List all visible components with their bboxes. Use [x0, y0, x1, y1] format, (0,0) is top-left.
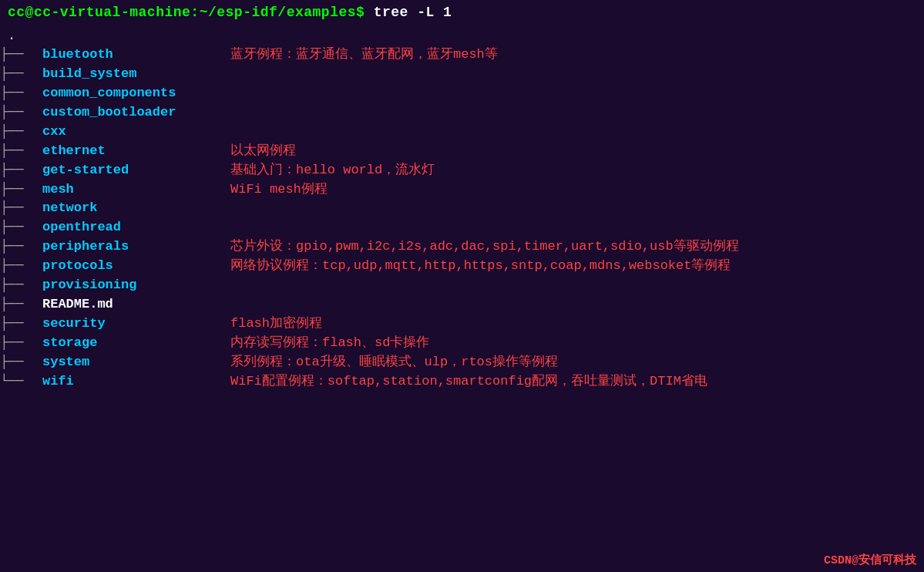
dir-name: openthread: [42, 219, 227, 237]
title-bar: cc@cc-virtual-machine:~/esp-idf/examples…: [0, 0, 924, 26]
tree-row: ├── openthread: [0, 218, 924, 237]
dir-name: get-started: [42, 162, 227, 180]
branch-icon: ├──: [0, 181, 42, 199]
dir-name: README.md: [42, 296, 227, 314]
dir-name: ethernet: [42, 143, 227, 160]
dir-name: custom_bootloader: [42, 104, 227, 122]
dir-name: mesh: [42, 181, 227, 199]
branch-icon: ├──: [0, 200, 42, 217]
branch-icon: ├──: [0, 104, 42, 122]
annotation-text: 基础入门：hello world，流水灯: [230, 162, 435, 180]
branch-icon: ├──: [0, 46, 42, 64]
branch-icon: ├──: [0, 143, 42, 160]
tree-row: ├── common_components: [0, 84, 924, 103]
tree-row: └── wifi WiFi配置例程：softap,station,smartco…: [0, 372, 924, 392]
tree-row: ├── bluetooth蓝牙例程：蓝牙通信、蓝牙配网，蓝牙mesh等: [0, 45, 924, 65]
branch-icon: ├──: [0, 85, 42, 103]
dir-name: wifi: [42, 373, 227, 391]
branch-icon: ├──: [0, 238, 42, 256]
annotation-text: WiFi配置例程：softap,station,smartconfig配网，吞吐…: [230, 373, 707, 391]
tree-row: ├── network: [0, 199, 924, 218]
dir-name: system: [42, 354, 227, 372]
annotation-text: 芯片外设：gpio,pwm,i2c,i2s,adc,dac,spi,timer,…: [230, 238, 739, 256]
tree-content: . ├── bluetooth蓝牙例程：蓝牙通信、蓝牙配网，蓝牙mesh等├──…: [0, 26, 924, 392]
tree-row: ├── mesh WiFi mesh例程: [0, 180, 924, 200]
annotation-text: 蓝牙例程：蓝牙通信、蓝牙配网，蓝牙mesh等: [230, 46, 498, 64]
dir-name: security: [42, 315, 227, 333]
dir-name: peripherals: [42, 238, 227, 256]
annotation-text: 网络协议例程：tcp,udp,mqtt,http,https,sntp,coap…: [230, 257, 731, 275]
dir-name: common_components: [42, 85, 227, 103]
prompt-text: cc@cc-virtual-machine:~/esp-idf/examples…: [8, 5, 365, 20]
watermark: CSDN@安信可科技: [824, 553, 916, 567]
annotation-text: 系列例程：ota升级、睡眠模式、ulp，rtos操作等例程: [230, 354, 558, 372]
dir-name: provisioning: [42, 277, 227, 294]
branch-icon: ├──: [0, 277, 42, 294]
root-dot: .: [0, 28, 924, 45]
annotation-text: WiFi mesh例程: [230, 181, 328, 199]
tree-row: ├── README.md: [0, 295, 924, 315]
command-text: tree -L 1: [365, 5, 452, 20]
dir-name: network: [42, 200, 227, 217]
tree-row: ├── build_system: [0, 65, 924, 84]
branch-icon: ├──: [0, 162, 42, 180]
dir-name: bluetooth: [42, 46, 227, 64]
branch-icon: ├──: [0, 315, 42, 333]
tree-row: ├── system 系列例程：ota升级、睡眠模式、ulp，rtos操作等例程: [0, 353, 924, 372]
branch-icon: ├──: [0, 219, 42, 237]
dir-name: cxx: [42, 123, 227, 141]
tree-row: ├── provisioning: [0, 276, 924, 295]
dir-name: protocols: [42, 257, 227, 275]
tree-row: ├── custom_bootloader: [0, 103, 924, 123]
annotation-text: flash加密例程: [230, 315, 322, 333]
tree-row: ├── security flash加密例程: [0, 315, 924, 334]
branch-icon: ├──: [0, 257, 42, 275]
terminal-window: cc@cc-virtual-machine:~/esp-idf/examples…: [0, 0, 924, 572]
branch-icon: └──: [0, 373, 42, 391]
branch-icon: ├──: [0, 354, 42, 372]
branch-icon: ├──: [0, 66, 42, 83]
annotation-text: 内存读写例程：flash、sd卡操作: [230, 335, 429, 352]
dir-name: build_system: [42, 66, 227, 83]
branch-icon: ├──: [0, 335, 42, 352]
tree-row: ├── storage 内存读写例程：flash、sd卡操作: [0, 334, 924, 353]
tree-row: ├── peripherals芯片外设：gpio,pwm,i2c,i2s,adc…: [0, 237, 924, 257]
tree-row: ├── protocols 网络协议例程：tcp,udp,mqtt,http,h…: [0, 257, 924, 276]
tree-row: ├── ethernet以太网例程: [0, 142, 924, 161]
branch-icon: ├──: [0, 123, 42, 141]
branch-icon: ├──: [0, 296, 42, 314]
tree-row: ├── get-started基础入门：hello world，流水灯: [0, 161, 924, 180]
tree-row: ├── cxx: [0, 123, 924, 142]
annotation-text: 以太网例程: [230, 143, 296, 160]
dir-name: storage: [42, 335, 227, 352]
